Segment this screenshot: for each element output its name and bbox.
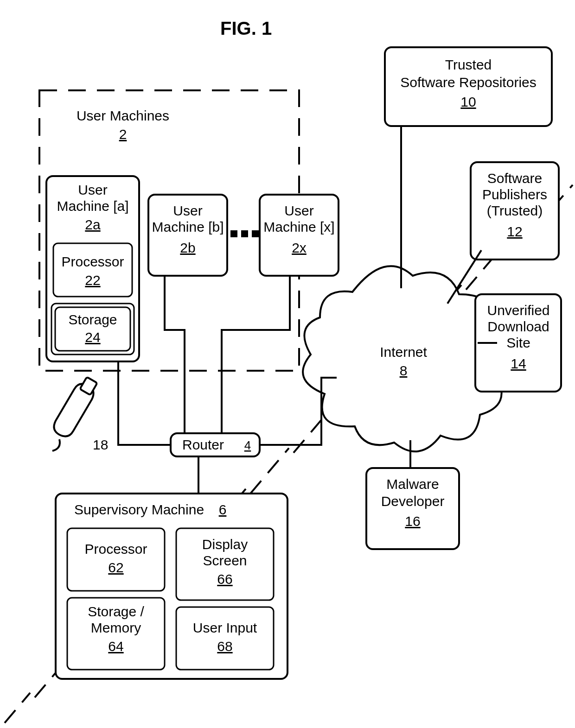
svg-text:Screen: Screen xyxy=(203,553,247,568)
user-machine-a: User Machine [a] 2a Processor 22 Storage… xyxy=(46,176,139,361)
svg-text:Software: Software xyxy=(487,171,542,186)
svg-text:(Trusted): (Trusted) xyxy=(487,203,543,218)
svg-text:66: 66 xyxy=(217,571,232,587)
user-machines-ref: 2 xyxy=(119,127,127,142)
svg-text:Software Repositories: Software Repositories xyxy=(400,75,536,90)
svg-text:22: 22 xyxy=(85,272,100,288)
svg-text:Trusted: Trusted xyxy=(445,57,492,72)
user-machine-x: User Machine [x] 2x xyxy=(260,195,339,276)
svg-text:Publishers: Publishers xyxy=(482,187,547,202)
trusted-repo-box: Trusted Software Repositories 10 xyxy=(385,47,552,126)
user-machines-label: User Machines xyxy=(77,108,169,123)
svg-text:Machine [b]: Machine [b] xyxy=(152,219,224,234)
svg-text:14: 14 xyxy=(511,356,526,371)
svg-text:User: User xyxy=(78,182,107,197)
svg-text:Processor: Processor xyxy=(61,254,124,269)
svg-text:8: 8 xyxy=(400,363,408,378)
ellipsis-icon xyxy=(230,230,259,237)
svg-text:2a: 2a xyxy=(85,217,101,232)
svg-text:68: 68 xyxy=(217,639,232,654)
svg-text:Storage /: Storage / xyxy=(88,604,144,619)
svg-text:Internet: Internet xyxy=(380,344,427,360)
svg-rect-29 xyxy=(230,230,237,237)
svg-text:Display: Display xyxy=(202,537,248,552)
svg-text:64: 64 xyxy=(108,639,123,654)
publishers-box: Software Publishers (Trusted) 12 xyxy=(471,162,559,260)
malware-dev-box: Malware Developer 16 xyxy=(366,468,459,549)
svg-text:Site: Site xyxy=(506,335,530,350)
supervisory-machine-box: Supervisory Machine 6 Processor 62 Stora… xyxy=(56,494,288,679)
router-box: Router 4 xyxy=(171,433,260,456)
svg-text:Supervisory Machine: Supervisory Machine xyxy=(74,502,204,517)
svg-text:Malware: Malware xyxy=(386,476,439,492)
svg-text:Storage: Storage xyxy=(68,312,117,327)
svg-text:User: User xyxy=(284,203,313,218)
svg-text:Machine [a]: Machine [a] xyxy=(57,198,128,214)
usb-icon: 18 xyxy=(52,377,108,452)
svg-text:2b: 2b xyxy=(180,240,195,255)
diagram-canvas: FIG. 1 User Machines 2 User Machine [a] … xyxy=(0,0,575,728)
svg-rect-30 xyxy=(241,230,248,237)
svg-text:User Input: User Input xyxy=(193,620,257,635)
svg-text:Download: Download xyxy=(487,319,549,334)
svg-text:2x: 2x xyxy=(292,240,307,255)
user-machine-b: User Machine [b] 2b xyxy=(148,195,227,276)
svg-text:6: 6 xyxy=(219,502,227,517)
svg-text:Processor: Processor xyxy=(84,541,147,557)
svg-text:62: 62 xyxy=(108,560,123,575)
svg-line-0 xyxy=(5,693,30,723)
svg-text:Router: Router xyxy=(182,437,224,452)
svg-text:Unverified: Unverified xyxy=(487,303,549,318)
figure-title: FIG. 1 xyxy=(220,18,272,38)
svg-text:Machine [x]: Machine [x] xyxy=(263,219,334,234)
svg-text:Memory: Memory xyxy=(91,620,141,635)
svg-text:Developer: Developer xyxy=(381,494,445,509)
svg-text:12: 12 xyxy=(507,224,522,239)
svg-rect-31 xyxy=(252,230,259,237)
svg-rect-18 xyxy=(53,243,132,297)
svg-text:16: 16 xyxy=(405,513,420,529)
usb-ref: 18 xyxy=(93,437,108,452)
svg-text:4: 4 xyxy=(244,438,251,452)
svg-text:User: User xyxy=(173,203,202,218)
svg-text:24: 24 xyxy=(85,329,100,345)
svg-text:10: 10 xyxy=(460,94,476,109)
